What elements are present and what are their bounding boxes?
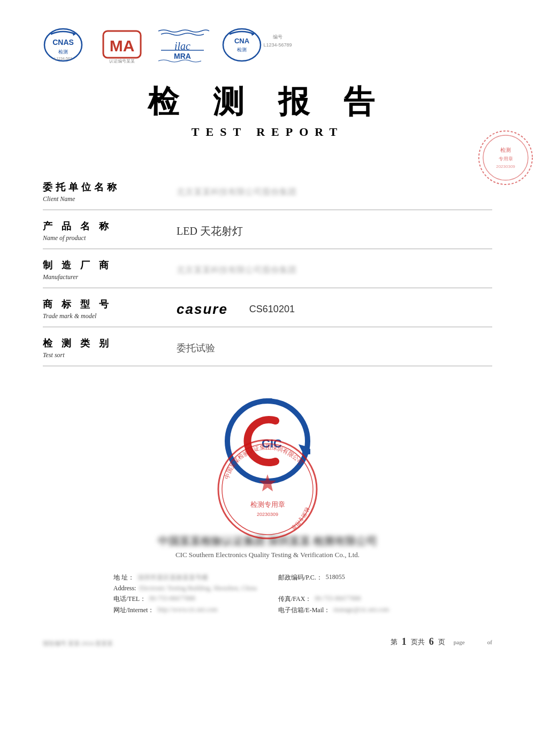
fax-value: 86-755-86677888 [315,595,361,604]
svg-text:20230309: 20230309 [496,164,515,169]
svg-text:专用章: 专用章 [499,156,513,161]
svg-text:编号: 编号 [273,34,282,40]
svg-text:MA: MA [110,37,135,55]
tel-label: 电话/TEL： [113,595,146,604]
svg-text:检测: 检测 [237,47,247,52]
svg-marker-30 [259,474,276,491]
address-label-en: Address: [113,584,136,592]
svg-text:CNA: CNA [234,37,250,45]
test-sort-label-en: Test sort [43,351,150,359]
address-label-cn: 地 址： [113,573,134,582]
page: CNAS 检测 L1234-567 MA 认证编号某某 ilac [0,0,535,756]
email: 电子信箱/E-Mail： manage@cic.net.com [278,606,422,615]
address-value-cn: 深圳市某区某路某某号楼 [137,573,208,582]
svg-text:检测: 检测 [58,49,68,55]
company-name-en: CIC Southern Electronics Quality Testing… [43,551,492,559]
test-sort-row: 检 测 类 别 Test sort 委托试验 [43,327,492,366]
total-label-post: 页 [438,637,445,647]
svg-text:20230309: 20230309 [257,512,278,517]
casure-brand: casure [177,301,228,318]
title-english: TEST REPORT [43,125,492,139]
postcode: 邮政编码/P.C.： 518055 [278,573,422,582]
manufacturer-label: 制 造 厂 商 Manufacturer [43,259,160,281]
trademark-label-cn: 商 标 型 号 [43,298,150,311]
postcode-value: 518055 [326,573,345,582]
svg-text:检测专用章: 检测专用章 [250,500,285,508]
svg-text:认证编号某某: 认证编号某某 [109,59,135,64]
internet-value: http://www.cic.net.com [157,606,217,615]
page-label-en: page [454,639,465,645]
email-value: manage@cic.net.com [333,606,389,615]
svg-text:L1234-567: L1234-567 [54,57,72,60]
header-logos: CNAS 检测 L1234-567 MA 认证编号某某 ilac [43,21,492,65]
page-info: 第 1 页共 6 页 page of [391,636,492,647]
tel-value: 86-755-86677888 [149,595,195,604]
report-number: 报告编号 某某-2024-某某某 [43,639,113,647]
svg-text:CNAS: CNAS [52,38,74,47]
test-sort-label-cn: 检 测 类 别 [43,337,150,350]
email-label: 电子信箱/E-Mail： [278,606,330,615]
product-name-value: LED 天花射灯 [160,220,492,242]
tel: 电话/TEL： 86-755-86677888 [113,595,257,604]
trademark-value: casure CS610201 [160,298,492,320]
manufacturer-row: 制 造 厂 商 Manufacturer 北京某某科技有限公司股份集团 [43,249,492,288]
address-en: Address: Electronic Testing Building, Sh… [113,584,257,592]
trademark-row: 商 标 型 号 Trade mark & model casure CS6102… [43,288,492,327]
product-name-label-en: Name of product [43,234,150,242]
fax-label: 传真/FAX： [278,595,311,604]
title-chinese: 检 测 报 告 [43,81,492,123]
svg-text:MRA: MRA [174,52,191,60]
address-cn: 地 址： 深圳市某区某路某某号楼 [113,573,257,582]
top-right-stamp: 检测 专用章 20230309 [476,128,535,187]
client-name-label-en: Client Name [43,195,150,203]
manufacturer-label-en: Manufacturer [43,273,150,281]
test-sort-value: 委托试验 [160,337,492,359]
product-name-row: 产 品 名 称 Name of product LED 天花射灯 [43,210,492,249]
company-details: 地 址： 深圳市某区某路某某号楼 邮政编码/P.C.： 518055 Addre… [103,573,433,615]
cnas-logo: CNAS 检测 L1234-567 [43,27,91,65]
page-label-cn: 第 [391,637,398,647]
internet: 网址/Internet： http://www.cic.net.com [113,606,257,615]
total-label-pre: 页共 [411,637,425,647]
ilac-mra-logo: ilac MRA [153,27,212,65]
svg-point-26 [218,440,317,538]
internet-label: 网址/Internet： [113,606,155,615]
ma-logo: MA 认证编号某某 [101,27,143,65]
product-name-label-cn: 产 品 名 称 [43,220,150,233]
client-name-value: 北京某某科技有限公司股份集团 [160,181,492,203]
manufacturer-value: 北京某某科技有限公司股份集团 [160,259,492,281]
trademark-label: 商 标 型 号 Trade mark & model [43,298,160,320]
test-sort-label: 检 测 类 别 Test sort [43,337,160,359]
client-name-row: 委托单位名称 Client Name 北京某某科技有限公司股份集团 [43,171,492,210]
postcode-label: 邮政编码/P.C.： [278,573,323,582]
main-title: 检 测 报 告 TEST REPORT [43,81,492,139]
model-number: CS610201 [249,304,295,315]
manufacturer-label-cn: 制 造 厂 商 [43,259,150,272]
page-number: 1 [402,636,407,647]
of-label-en: of [487,639,492,645]
footer: 报告编号 某某-2024-某某某 第 1 页共 6 页 page of [43,631,492,647]
svg-text:中国某某检验认证集团深圳有限公司: 中国某某检验认证集团深圳有限公司 [223,443,304,480]
svg-text:检测: 检测 [500,147,511,153]
cna-accred-logo: CNA 检测 编号 L1234-56789 [221,27,318,65]
red-official-stamp: 中国某某检验认证集团深圳有限公司 检测专用章 检测专用章 20230309 [214,436,321,545]
center-logo-section: CIC 中国某某检验认证集团深圳有限公司 检测专用章 [43,398,492,615]
client-name-label-cn: 委托单位名称 [43,181,150,194]
info-table: 委托单位名称 Client Name 北京某某科技有限公司股份集团 产 品 名 … [43,171,492,366]
fax: 传真/FAX： 86-755-86677888 [278,595,422,604]
total-pages: 6 [429,636,434,647]
trademark-label-en: Trade mark & model [43,312,150,320]
product-name-label: 产 品 名 称 Name of product [43,220,160,242]
address-value-en: Electronic Testing Building, Shenzhen, C… [139,584,257,592]
blank-spacer [278,584,422,592]
svg-text:L1234-56789: L1234-56789 [263,42,292,48]
client-name-label: 委托单位名称 Client Name [43,181,160,203]
